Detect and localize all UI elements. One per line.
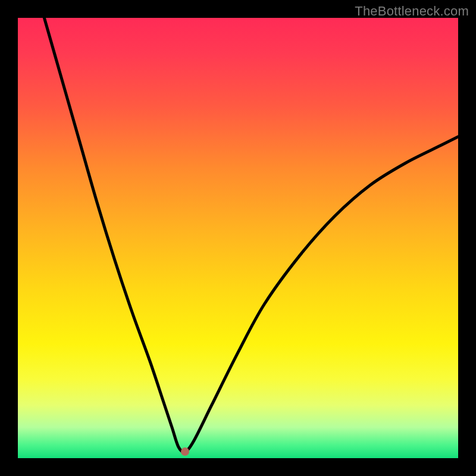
bottleneck-curve xyxy=(18,18,458,458)
watermark-text: TheBottleneck.com xyxy=(355,4,469,19)
plot-area xyxy=(18,18,458,458)
chart-frame: TheBottleneck.com xyxy=(0,0,476,476)
curve-path xyxy=(44,18,458,452)
optimal-point-marker xyxy=(181,447,189,456)
